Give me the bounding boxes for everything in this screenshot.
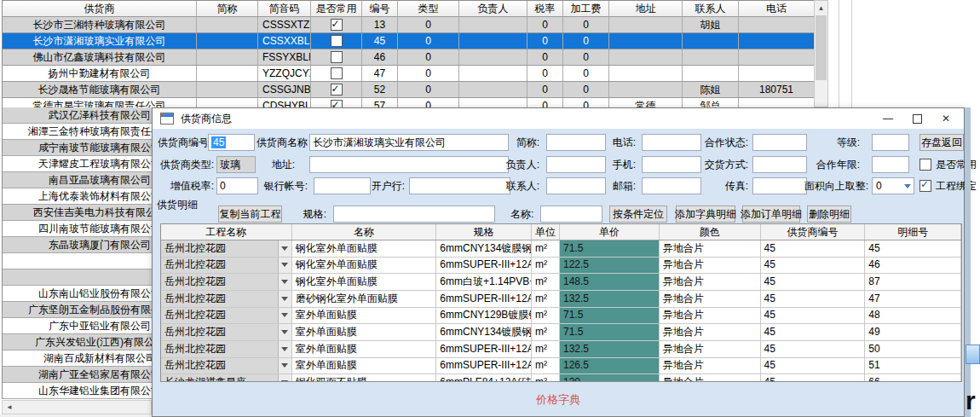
grid-cell[interactable]: 异地合片	[660, 358, 761, 374]
project-combo[interactable]: 岳州北控花园	[161, 274, 292, 290]
owner-input[interactable]	[546, 156, 606, 173]
grid-column-header[interactable]: 规格	[436, 224, 532, 240]
column-header[interactable]: 税率	[527, 1, 563, 16]
grid-cell[interactable]: 45	[761, 341, 866, 357]
vat-input[interactable]: 0	[216, 177, 258, 194]
grid-cell[interactable]: 71.5	[560, 240, 660, 257]
grid-cell[interactable]: 6mmSUPER-III+12A(硅...	[436, 358, 532, 374]
combo-dropdown-button[interactable]	[278, 374, 291, 382]
name-filter-input[interactable]	[540, 206, 602, 223]
grid-cell[interactable]: 132.5	[560, 291, 660, 307]
grid-cell[interactable]: 45	[761, 324, 866, 340]
scroll-left-icon[interactable]: ◄	[3, 401, 16, 414]
grid-cell[interactable]: 异地合片	[660, 291, 761, 307]
scroll-up-icon[interactable]: ▲	[815, 1, 827, 14]
column-header[interactable]: 联系人	[683, 1, 739, 16]
project-combo[interactable]: 岳州北控花园	[161, 308, 292, 324]
column-header[interactable]: 编号	[362, 1, 398, 16]
common-use-checkbox[interactable]	[331, 51, 343, 63]
grid-row[interactable]: 岳州北控花园磨砂钢化室外单面贴膜6mmSUPER-III+12A(硅...m²1…	[161, 291, 961, 308]
grid-cell[interactable]: 45	[865, 240, 961, 257]
close-button[interactable]: ✕	[931, 108, 960, 129]
grid-cell[interactable]: 47	[865, 291, 961, 307]
grid-cell[interactable]: 6mmPLE84+12A(硅酮胶...	[436, 374, 532, 382]
copy-current-project-button[interactable]: 复制当前工程	[218, 206, 282, 223]
project-combo[interactable]: 岳州北控花园	[161, 358, 292, 374]
project-combo[interactable]: 岳州北控花园	[161, 240, 292, 257]
coop-years-input[interactable]	[872, 156, 909, 173]
combo-dropdown-button[interactable]	[278, 240, 291, 257]
spec-filter-input[interactable]	[333, 206, 495, 223]
coop-status-input[interactable]	[752, 134, 807, 151]
column-header[interactable]: 类型	[398, 1, 459, 16]
supplier-id-input[interactable]: 45	[208, 134, 255, 151]
combo-dropdown-button[interactable]	[278, 358, 291, 374]
combo-dropdown-button[interactable]	[278, 291, 291, 307]
grade-input[interactable]	[872, 134, 909, 151]
project-combo[interactable]: 岳州北控花园	[161, 291, 292, 307]
scrollbar-thumb[interactable]	[816, 15, 827, 80]
grid-cell[interactable]: 46	[865, 258, 961, 274]
address-input[interactable]	[309, 156, 509, 173]
grid-cell[interactable]: 45	[761, 240, 866, 257]
bank-account-input[interactable]	[314, 177, 371, 194]
combo-dropdown-button[interactable]	[278, 274, 291, 290]
grid-cell[interactable]: 6mmSUPER-III+12A(硅...	[436, 258, 532, 274]
grid-cell[interactable]: 磨砂钢化室外单面贴膜	[292, 291, 437, 307]
table-row[interactable]: 长沙晟格节能玻璃有限公司CSSGJNBLYXGS52000陈姐180751	[3, 82, 815, 98]
grid-cell[interactable]: 钢化室外单面贴膜	[292, 240, 437, 257]
grid-cell[interactable]: 6mmSUPER-III+12A(硅...	[436, 341, 532, 357]
grid-cell[interactable]: 45	[761, 274, 866, 290]
grid-cell[interactable]: 异地合片	[660, 274, 761, 290]
grid-cell[interactable]: 异地合片	[660, 240, 761, 257]
minimize-button[interactable]: —	[873, 108, 902, 129]
grid-cell[interactable]: 71.5	[560, 324, 660, 340]
grid-cell[interactable]: 122.5	[560, 258, 660, 274]
grid-cell[interactable]: 钢化室外单面贴膜	[292, 258, 437, 274]
grid-cell[interactable]: 71.5	[560, 308, 660, 324]
grid-column-header[interactable]: 供货商编号	[761, 224, 866, 240]
grid-cell[interactable]: m²	[532, 258, 560, 274]
column-header[interactable]: 简音码	[258, 1, 311, 16]
combo-dropdown-button[interactable]	[278, 308, 291, 324]
grid-cell[interactable]: 钢化室外单面贴膜	[292, 274, 437, 290]
grid-cell[interactable]: 异地合片	[660, 258, 761, 274]
supplier-type-input[interactable]: 玻璃	[216, 156, 256, 173]
grid-cell[interactable]: m²	[532, 341, 560, 357]
grid-cell[interactable]: 45	[761, 374, 866, 382]
dialog-titlebar[interactable]: 供货商信息 — ✕	[153, 108, 964, 129]
table-row[interactable]: 长沙市潇湘玻璃实业有限公司CSSXXBLSY..45000	[3, 33, 815, 49]
column-header[interactable]: 地址	[609, 1, 683, 16]
fax-input[interactable]	[752, 177, 807, 194]
grid-cell[interactable]: 45	[761, 258, 866, 274]
grid-cell[interactable]: 异地合片	[660, 374, 761, 382]
grid-cell[interactable]: 钢化双面不贴膜	[292, 374, 437, 382]
grid-cell[interactable]: 49	[865, 324, 961, 340]
grid-cell[interactable]: m²	[532, 291, 560, 307]
add-order-detail-button[interactable]: 添加订单明细	[742, 206, 800, 223]
area-roundup-combobox[interactable]: 0	[872, 177, 914, 194]
common-use-checkbox[interactable]	[331, 84, 343, 96]
save-return-button[interactable]: 存盘返回	[919, 134, 964, 151]
grid-cell[interactable]: 45	[761, 308, 866, 324]
grid-cell[interactable]: 48	[865, 308, 961, 324]
grid-cell[interactable]: 异地合片	[660, 324, 761, 340]
grid-column-header[interactable]: 名称	[292, 224, 437, 240]
grid-row[interactable]: 长沙龙湖祺鑫星座钢化双面不贴膜6mmPLE84+12A(硅酮胶...m²120异…	[161, 374, 961, 382]
table-row[interactable]: 长沙市三湘特种玻璃有限公司CSSSXTZBL..13000胡姐	[3, 17, 815, 33]
grid-cell[interactable]: 室外单面贴膜	[292, 358, 437, 374]
grid-cell[interactable]: 室外单面贴膜	[292, 324, 437, 340]
grid-row[interactable]: 岳州北控花园室外单面贴膜6mmSUPER-III+12A(硅...m²126.5…	[161, 358, 961, 375]
phone-input[interactable]	[642, 134, 701, 151]
common-use-checkbox[interactable]	[331, 35, 343, 47]
grid-cell[interactable]: 120	[560, 374, 660, 382]
project-combo[interactable]: 岳州北控花园	[161, 341, 292, 357]
grid-cell[interactable]: 66	[865, 374, 961, 382]
grid-cell[interactable]: 6mmCNY134镀膜钢化	[436, 324, 532, 340]
grid-cell[interactable]: 室外单面贴膜	[292, 341, 437, 357]
grid-column-header[interactable]: 颜色	[660, 224, 761, 240]
grid-cell[interactable]: 148.5	[560, 274, 660, 290]
column-header[interactable]: 供货商	[3, 1, 197, 16]
project-combo[interactable]: 岳州北控花园	[161, 324, 292, 340]
grid-row[interactable]: 岳州北控花园钢化室外单面贴膜6mmCNY134镀膜钢化m²71.5异地合片454…	[161, 240, 961, 258]
